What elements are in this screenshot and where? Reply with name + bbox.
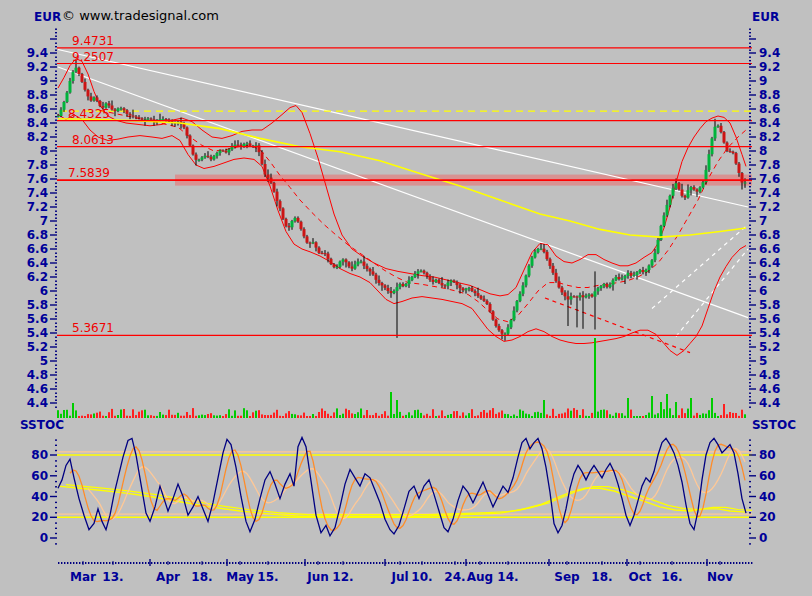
stoch-tick-label: 40 <box>759 490 776 504</box>
price-tick-label: 5.8 <box>27 298 48 312</box>
bollinger-middle-band <box>100 110 746 321</box>
price-tick-label: 8.8 <box>759 88 780 102</box>
price-tick-label: 6.6 <box>759 242 780 256</box>
price-level-label: 8.4325 <box>68 107 110 121</box>
indicator-label-left: SSTOC <box>20 419 64 431</box>
stoch-tick-label: 20 <box>31 510 48 524</box>
price-tick-label: 5 <box>759 354 767 368</box>
date-tick-label: 16. <box>661 570 682 584</box>
price-tick-label: 5.6 <box>27 312 48 326</box>
trendline <box>545 298 690 353</box>
price-tick-label: 9.2 <box>759 60 780 74</box>
date-tick-label: Nov <box>707 570 733 584</box>
price-level-label: 5.3671 <box>72 321 114 335</box>
price-tick-label: 8.8 <box>27 88 48 102</box>
price-tick-label: 7.6 <box>27 172 48 186</box>
price-tick-label: 7 <box>40 214 48 228</box>
price-tick-label: 7.2 <box>27 200 48 214</box>
price-tick-label: 6.4 <box>27 256 48 270</box>
price-tick-label: 9.4 <box>759 46 780 60</box>
price-tick-label: 6.2 <box>759 270 780 284</box>
date-tick-label: 24. <box>444 570 465 584</box>
copyright-watermark: © www.tradesignal.com <box>62 10 219 22</box>
price-tick-label: 4.8 <box>759 368 780 382</box>
date-tick-label: May <box>226 570 254 584</box>
volume-bars <box>57 338 746 418</box>
price-tick-label: 6.4 <box>759 256 780 270</box>
price-tick-label: 6 <box>40 284 48 298</box>
price-tick-label: 5.8 <box>759 298 780 312</box>
price-tick-label: 9.4 <box>27 46 48 60</box>
price-tick-label: 5.2 <box>759 340 780 354</box>
trendline <box>58 67 748 318</box>
stoch-tick-label: 20 <box>759 510 776 524</box>
price-tick-label: 8.2 <box>27 130 48 144</box>
date-tick-label: Oct <box>628 570 651 584</box>
price-tick-label: 5.4 <box>27 326 48 340</box>
price-tick-label: 7.2 <box>759 200 780 214</box>
stoch-tick-label: 40 <box>31 490 48 504</box>
price-tick-label: 5.2 <box>27 340 48 354</box>
price-tick-label: 6.2 <box>27 270 48 284</box>
stoch-tick-label: 60 <box>31 469 48 483</box>
price-tick-label: 8 <box>759 144 767 158</box>
price-tick-label: 7.4 <box>27 186 48 200</box>
price-tick-label: 7 <box>759 214 767 228</box>
right-axis-currency-label: EUR <box>752 11 779 23</box>
price-tick-label: 8.2 <box>759 130 780 144</box>
price-tick-label: 7.8 <box>759 158 780 172</box>
price-tick-label: 4.6 <box>27 382 48 396</box>
stoch-tick-label: 60 <box>759 469 776 483</box>
price-tick-label: 6 <box>759 284 767 298</box>
price-tick-label: 7.8 <box>27 158 48 172</box>
date-tick-label: Jun <box>306 570 329 584</box>
price-tick-label: 5 <box>40 354 48 368</box>
date-tick-label: 18. <box>591 570 612 584</box>
price-level-label: 9.2507 <box>72 50 114 64</box>
price-tick-label: 5.6 <box>759 312 780 326</box>
chart-container[interactable]: 9.47319.25078.43258.06137.58395.36719.49… <box>0 0 812 596</box>
date-tick-label: Sep <box>554 570 580 584</box>
stoch-tick-label: 80 <box>31 448 48 462</box>
date-tick-label: 14. <box>497 570 518 584</box>
price-chart-svg[interactable]: 9.47319.25078.43258.06137.58395.36719.49… <box>0 0 812 596</box>
axes: 9.49.49.29.2998.88.88.68.68.48.48.28.288… <box>27 29 781 585</box>
stoch-tick-label: 0 <box>759 531 767 545</box>
date-tick-label: Jul <box>390 570 408 584</box>
stoch-tick-label: 80 <box>759 448 776 462</box>
date-tick-label: 15. <box>257 570 278 584</box>
price-tick-label: 6.6 <box>27 242 48 256</box>
date-tick-label: Apr <box>156 570 180 584</box>
date-tick-label: 10. <box>411 570 432 584</box>
price-tick-label: 4.8 <box>27 368 48 382</box>
price-level-label: 9.4731 <box>72 34 114 48</box>
price-tick-label: 8.4 <box>759 116 780 130</box>
price-tick-label: 5.4 <box>759 326 780 340</box>
price-tick-label: 8.6 <box>27 102 48 116</box>
price-tick-label: 4.6 <box>759 382 780 396</box>
stoch-tick-label: 0 <box>40 531 48 545</box>
stochastic-panel <box>53 437 754 536</box>
price-tick-label: 6.8 <box>27 228 48 242</box>
price-tick-label: 4.4 <box>759 396 780 410</box>
price-tick-label: 6.8 <box>759 228 780 242</box>
candlesticks <box>57 60 747 341</box>
price-level-label: 7.5839 <box>68 166 110 180</box>
date-tick-label: 12. <box>332 570 353 584</box>
price-tick-label: 8.4 <box>27 116 48 130</box>
price-tick-label: 7.6 <box>759 172 780 186</box>
price-level-label: 8.0613 <box>72 133 114 147</box>
date-tick-label: Aug <box>467 570 493 584</box>
price-tick-label: 8 <box>40 144 48 158</box>
price-tick-label: 9.2 <box>27 60 48 74</box>
date-tick-label: 13. <box>102 570 123 584</box>
date-tick-label: Mar <box>70 570 96 584</box>
price-tick-label: 9 <box>759 74 767 88</box>
price-tick-label: 4.4 <box>27 396 48 410</box>
price-tick-label: 8.6 <box>759 102 780 116</box>
price-tick-label: 7.4 <box>759 186 780 200</box>
price-tick-label: 9 <box>40 74 48 88</box>
left-axis-currency-label: EUR <box>34 11 61 23</box>
price-panel: 9.47319.25078.43258.06137.58395.3671 <box>57 34 753 418</box>
trendline <box>676 249 748 337</box>
